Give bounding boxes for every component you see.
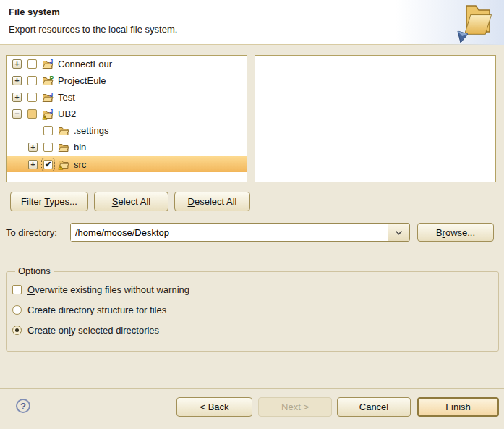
label-part: F	[445, 402, 451, 412]
tree-item-bin[interactable]: +bin	[7, 139, 247, 156]
svg-text:J: J	[50, 109, 54, 115]
next-button: Next >	[258, 397, 332, 417]
tree-item-src[interactable]: +✔src	[7, 156, 247, 172]
deselect-all-button[interactable]: Deselect All	[174, 192, 250, 211]
tree-item-test[interactable]: +JTest	[7, 89, 247, 106]
label-part: Create on	[27, 325, 69, 336]
label-part: B	[436, 227, 443, 238]
label-part: ypes...	[50, 196, 77, 207]
to-directory-label: To directory:	[6, 227, 57, 238]
tree-item-label: bin	[74, 142, 89, 153]
create-only-option[interactable]: Create only selected directories	[12, 325, 159, 336]
collapse-icon[interactable]: −	[12, 109, 22, 119]
label-part: eselect All	[195, 196, 237, 207]
tree-checkbox[interactable]	[43, 126, 53, 135]
label-part: Filter	[21, 196, 44, 207]
page-subtitle: Export resources to the local file syste…	[9, 24, 177, 35]
export-folder-icon	[452, 2, 495, 44]
label-part: D	[188, 196, 195, 207]
folder-java-p-icon: P	[42, 75, 54, 87]
tree-item-settings[interactable]: .settings	[7, 122, 247, 139]
help-icon[interactable]: ?	[16, 399, 30, 413]
label-part: C	[27, 305, 34, 315]
file-list-panel[interactable]	[255, 55, 496, 182]
label-part: <	[200, 402, 208, 412]
tree-item-label: ProjectEule	[58, 75, 108, 86]
back-button[interactable]: < Back	[176, 397, 252, 417]
combo-dropdown-button[interactable]	[388, 224, 409, 241]
overwrite-option[interactable]: Overwrite existing files without warning	[12, 284, 189, 295]
tree-checkbox[interactable]	[27, 93, 37, 102]
create-structure-option[interactable]: Create directory structure for files	[12, 305, 166, 315]
wizard-header: File system Export resources to the loca…	[0, 0, 504, 45]
footer-separator	[0, 388, 504, 389]
folder-java-warning-icon: J	[42, 109, 54, 120]
tree-checkbox[interactable]	[43, 143, 53, 152]
tree-checkbox[interactable]	[27, 109, 37, 119]
expand-icon[interactable]: +	[12, 93, 22, 102]
svg-text:J: J	[50, 59, 54, 65]
expand-icon[interactable]: +	[28, 143, 38, 152]
label-part: ack	[214, 402, 228, 412]
create-only-radio[interactable]	[12, 326, 22, 335]
create-only-label: Create only selected directories	[27, 325, 159, 336]
destination-combo	[70, 223, 410, 242]
destination-input[interactable]	[71, 224, 388, 241]
label-part: N	[281, 402, 288, 412]
cancel-button[interactable]: Cancel	[337, 397, 411, 417]
options-group: Options Overwrite existing files without…	[6, 271, 499, 352]
tree-checkbox[interactable]: ✔	[43, 160, 53, 169]
label-part: ext >	[288, 402, 309, 412]
label-part: O	[27, 284, 35, 295]
folder-java-icon: J	[42, 92, 54, 103]
folder-icon	[58, 142, 69, 153]
tree-item-projecteule[interactable]: +PProjectEule	[7, 72, 247, 89]
tree-item-label: Test	[58, 92, 78, 103]
finish-button[interactable]: Finish	[417, 397, 499, 417]
expand-icon[interactable]: +	[12, 59, 22, 69]
tree-item-label: ConnectFour	[58, 59, 115, 69]
label-part: owse...	[445, 227, 475, 238]
tree-item-label: .settings	[74, 125, 111, 136]
label-part: reate directory structure for files	[34, 305, 166, 315]
overwrite-label: Overwrite existing files without warning	[27, 284, 189, 295]
chevron-down-icon	[395, 230, 403, 235]
expand-icon[interactable]: +	[12, 76, 22, 85]
expand-icon[interactable]: +	[28, 160, 38, 169]
options-legend: Options	[15, 266, 54, 276]
resource-tree: +JConnectFour+PProjectEule+JTest−JUB2.se…	[6, 55, 247, 182]
label-part: Cancel	[359, 402, 388, 412]
browse-button[interactable]: Browse...	[417, 223, 494, 242]
label-part: T	[44, 196, 49, 207]
folder-java-icon: J	[42, 59, 54, 70]
page-title: File system	[9, 7, 60, 17]
tree-item-connectfour[interactable]: +JConnectFour	[7, 56, 247, 72]
create-structure-label: Create directory structure for files	[27, 305, 166, 315]
overwrite-checkbox[interactable]	[12, 285, 22, 294]
folder-icon	[58, 125, 69, 137]
tree-item-label: UB2	[58, 109, 79, 119]
label-part: verwrite existing files without warning	[35, 284, 189, 295]
tree-item-label: src	[74, 159, 89, 170]
select-all-button[interactable]: Select All	[94, 192, 168, 211]
tree-checkbox[interactable]	[27, 76, 37, 85]
tree-checkbox[interactable]	[27, 59, 37, 69]
label-part: y selected directories	[71, 325, 159, 336]
filter-types-button[interactable]: Filter Types...	[10, 192, 88, 211]
label-part: inish	[451, 402, 471, 412]
svg-text:P: P	[50, 75, 54, 82]
folder-warning-icon	[58, 158, 69, 170]
svg-text:J: J	[50, 92, 54, 98]
create-structure-radio[interactable]	[12, 305, 22, 315]
export-wizard-dialog: File system Export resources to the loca…	[0, 0, 504, 429]
tree-item-ub2[interactable]: −JUB2	[7, 106, 247, 122]
label-part: elect All	[118, 196, 150, 207]
